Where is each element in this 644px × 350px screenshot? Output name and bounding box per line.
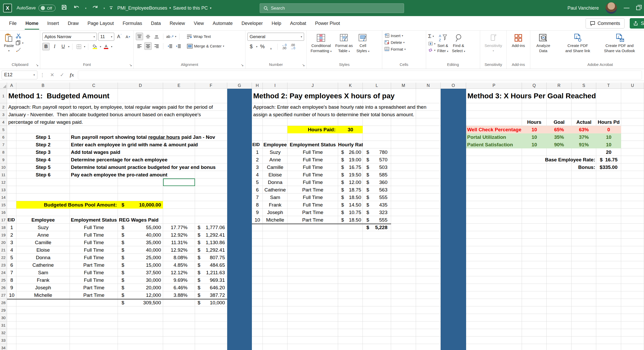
cell-K16[interactable]: $10.75 (338, 209, 363, 216)
method1-header-wages[interactable]: REG Wages Paid (118, 216, 163, 224)
quick-access-toolbar-menu[interactable]: ▾ (110, 6, 113, 10)
method3-total-hours-paid[interactable]: 20 (596, 148, 621, 156)
column-header-H[interactable]: H (252, 83, 263, 89)
tab-insert[interactable]: Insert (43, 16, 63, 31)
cell-L8[interactable]: $780 (363, 148, 391, 156)
method1-step-label-4[interactable]: Step 4 (16, 156, 70, 163)
cell-A26[interactable]: 9 (7, 284, 16, 291)
column-header-F[interactable]: F (195, 83, 227, 89)
cell-B22[interactable]: Donna (16, 254, 70, 261)
share-button[interactable]: Share (630, 18, 644, 29)
accounting-format-button[interactable]: $ (247, 43, 255, 50)
middle-align-button[interactable] (144, 33, 152, 40)
cell-D22[interactable]: $25,000 (118, 254, 163, 261)
cell-I14[interactable]: Sam (263, 194, 287, 201)
tab-formulas[interactable]: Formulas (118, 16, 146, 31)
method2-header-eid[interactable]: EID (252, 141, 263, 148)
decrease-decimal-button[interactable]: .00→0 (289, 43, 296, 50)
method1-step-label-6[interactable]: Step 6 (16, 171, 70, 179)
cell-S5[interactable]: 63% (572, 126, 596, 133)
row-header-32[interactable]: 32 (0, 329, 7, 337)
cell-C19[interactable]: Full Time (70, 231, 118, 239)
row-header-26[interactable]: 26 (0, 284, 7, 291)
cell-K15[interactable]: $14.50 (338, 201, 363, 209)
analyze-data-button[interactable]: Analyze Data (534, 33, 552, 61)
method1-total-bonus[interactable]: $10,000 (195, 299, 227, 306)
row-header-22[interactable]: 22 (0, 254, 7, 261)
method2-header-rate[interactable]: Hourly Rate (338, 141, 363, 148)
method2-approach-line2[interactable]: assign a specified number of hours to de… (252, 111, 441, 118)
cell-J8[interactable]: Full Time (287, 148, 338, 156)
method1-step-desc-5[interactable]: Determine total amount practice budgeted… (70, 163, 118, 171)
bottom-align-button[interactable] (153, 33, 160, 40)
cell-B24[interactable]: Sam (16, 269, 70, 276)
column-header-O[interactable]: O (441, 83, 466, 89)
autosave-toggle[interactable]: AutoSave Off (17, 5, 56, 11)
cell-I10[interactable]: Camille (263, 163, 287, 171)
number-dialog-launcher[interactable]: ↘ (302, 62, 305, 68)
column-header-A[interactable]: A (7, 83, 16, 89)
paste-button[interactable]: Paste ▾ (2, 33, 16, 61)
row-header-17[interactable]: 17 (0, 216, 7, 224)
row-header-9[interactable]: 9 (0, 156, 7, 163)
method1-approach-line2[interactable]: January - November. Then allocate budget… (7, 111, 16, 118)
increase-decimal-button[interactable]: ←0.00 (280, 43, 288, 50)
bonus-pool-value[interactable]: $10,000.00 (118, 201, 163, 209)
row-header-6[interactable]: 6 (0, 133, 7, 141)
restore-button[interactable] (636, 6, 640, 10)
cell-R5[interactable]: 65% (547, 126, 572, 133)
cell-H16[interactable]: 9 (252, 209, 263, 216)
cell-E23[interactable]: 4.85% (163, 261, 195, 269)
increase-font-button[interactable]: Aˆ (116, 33, 123, 40)
cell-F18[interactable]: $1,777.06 (195, 224, 227, 231)
cell-J15[interactable]: Full Time (287, 201, 338, 209)
bonus-label[interactable]: Bonus: (522, 163, 596, 171)
method1-step-label-1[interactable]: Step 1 (16, 133, 70, 141)
row-header-16[interactable]: 16 (0, 209, 7, 216)
row-header-24[interactable]: 24 (0, 269, 7, 276)
method2-approach-line1[interactable]: Approach: Enter each employee's base hou… (252, 103, 441, 111)
cell-C21[interactable]: Full Time (70, 246, 118, 254)
cell-K11[interactable]: $19.50 (338, 171, 363, 179)
minimize-button[interactable] (624, 8, 629, 8)
font-color-caret-icon[interactable]: ▾ (111, 45, 112, 48)
cell-H9[interactable]: 2 (252, 156, 263, 163)
formula-input[interactable] (78, 71, 642, 79)
avatar[interactable] (606, 2, 617, 14)
row-header-8[interactable]: 8 (0, 148, 7, 156)
format-as-table-button[interactable]: Format as Table ▾ (333, 33, 355, 61)
delete-cells-button[interactable]: Delete▾ (384, 40, 424, 45)
base-rate-value[interactable]: $16.75 (596, 156, 621, 163)
clipboard-dialog-launcher[interactable]: ↘ (36, 62, 38, 68)
create-pdf-share-outlook-button[interactable]: Create PDF and Share via Outlook (602, 33, 637, 61)
cell-B23[interactable]: Catherine (16, 261, 70, 269)
conditional-formatting-button[interactable]: Conditional Formatting ▾ (309, 33, 333, 61)
insert-function-icon[interactable]: fx (67, 72, 77, 78)
column-header-S[interactable]: S (572, 83, 596, 89)
row-header-27[interactable]: 27 (0, 291, 7, 299)
cell-I12[interactable]: Donna (263, 179, 287, 186)
column-header-J[interactable]: J (287, 83, 338, 89)
column-header-I[interactable]: I (263, 83, 287, 89)
format-painter-button[interactable] (16, 47, 23, 52)
method1-header-employee[interactable]: Employee (16, 216, 70, 224)
cell-H14[interactable]: 7 (252, 194, 263, 201)
undo-caret-icon[interactable]: ▾ (85, 7, 86, 10)
cell-styles-button[interactable]: Cell Styles ▾ (354, 33, 371, 61)
cell-H8[interactable]: 1 (252, 148, 263, 156)
method3-goal-label-3[interactable]: Patient Satisfaction (466, 141, 522, 148)
cell-C20[interactable]: Full Time (70, 239, 118, 246)
cell-D20[interactable]: $35,000 (118, 239, 163, 246)
autosum-button[interactable]: Σ▾ (428, 33, 435, 39)
decrease-indent-button[interactable] (166, 42, 173, 50)
row-header-21[interactable]: 21 (0, 246, 7, 254)
row-header-3[interactable]: 3 (0, 111, 7, 118)
cell-K13[interactable]: $18.75 (338, 186, 363, 194)
column-header-T[interactable]: T (596, 83, 621, 89)
insert-cells-button[interactable]: Insert▾ (384, 33, 424, 38)
method3-goal-label-1[interactable]: Well Check Percentage (466, 126, 522, 133)
method3-goal-label-2[interactable]: Portal Utilization (466, 133, 522, 141)
row-header-7[interactable]: 7 (0, 141, 7, 148)
fill-button[interactable]: ▾ (428, 42, 435, 46)
method1-total-wages[interactable]: $309,500 (118, 299, 163, 306)
